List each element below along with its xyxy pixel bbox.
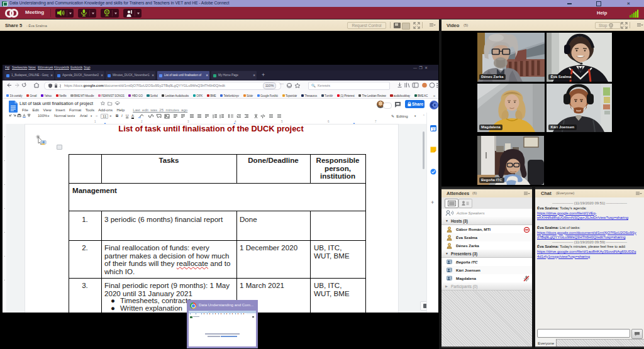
- svg-text:31: 31: [432, 127, 436, 131]
